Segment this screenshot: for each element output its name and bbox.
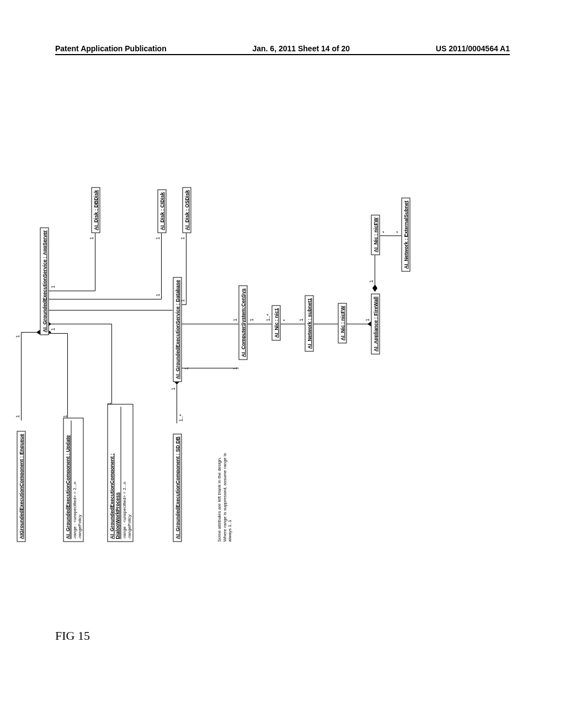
uml-diagram: AIGroundedExecutionComponent : Enqueue 1…	[13, 164, 526, 542]
header-left: Patent Application Publication	[55, 44, 167, 53]
mult: 1	[180, 299, 185, 302]
box-nicfw2: AI_Nic : nicFW	[371, 215, 380, 255]
box-extsubnet: AI_Network : ExternalSubnet	[402, 198, 411, 272]
box-sddb: AI_GroundedExecutionComponent : SD DB	[173, 433, 182, 542]
mult: *	[395, 231, 401, 233]
mult: *	[282, 319, 287, 322]
box-enqueue: AIGroundedExecutionComponent : Enqueue	[17, 431, 26, 542]
box-update: AI_GroundedExecutionComponent : Update -…	[63, 418, 84, 542]
mult: 1	[170, 387, 176, 390]
box-censys: AI_ComputerSystem:CenSys	[239, 286, 248, 360]
mult: 1..*	[178, 414, 184, 422]
box-dialog: AI_GroundedExecutionComponent : DialogWo…	[108, 404, 134, 542]
mult: 1	[299, 318, 304, 321]
figure-label: FIG 15	[55, 629, 90, 643]
box-nic1: AI_Nic : nic1	[272, 305, 281, 340]
mult: 1	[184, 367, 189, 370]
mult: 1	[369, 280, 374, 282]
svg-marker-26	[373, 285, 377, 292]
header-right: US 2011/0004564 A1	[436, 44, 510, 53]
mult: 1	[15, 415, 20, 417]
mult: *	[381, 231, 387, 233]
mult: 1	[50, 328, 56, 330]
mult: 1	[155, 237, 161, 239]
mult: 1..*	[265, 314, 271, 322]
mult: 1	[180, 237, 185, 239]
mult: 1	[365, 318, 370, 321]
mult: 1	[62, 415, 68, 417]
mult: 1	[155, 293, 161, 296]
box-osdisk: AI_Disk : OSDisk	[183, 187, 191, 233]
box-subnet1: AI_Network : subnet1	[305, 295, 314, 351]
mult: 1	[50, 285, 56, 288]
box-nicfw: AI_Nic : nicFW	[338, 303, 347, 343]
mult: 1	[249, 318, 254, 321]
box-firewall: AI_Appliance : FireWall	[371, 294, 380, 355]
mult: 1	[106, 402, 112, 405]
note-text: Some attributes are left blank in the de…	[217, 453, 233, 542]
mult: 1	[232, 367, 238, 370]
box-database: AI_GroundedExecutionService : Database	[173, 277, 182, 382]
mult: 1	[232, 318, 238, 321]
mult: 1	[15, 335, 20, 338]
box-appserver: AI_GroundedExecutionService : AppServer	[40, 227, 49, 335]
box-cidisk: AI_Disk : CIDisk	[158, 189, 167, 233]
header-center: Jan. 6, 2011 Sheet 14 of 20	[252, 44, 350, 53]
mult: 1	[89, 237, 94, 239]
box-dbdisk: AI_Disk : DBDisk	[92, 187, 100, 233]
